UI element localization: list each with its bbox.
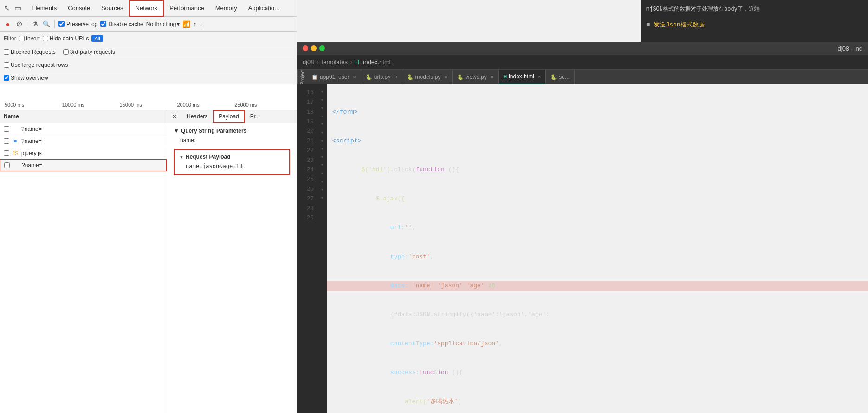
editor-file-tabs: Project 📋 app01_user × 🐍 urls.py × 🐍 mod…	[297, 70, 868, 84]
tab-sources[interactable]: Sources	[96, 0, 129, 17]
line-num-26: 26	[297, 185, 314, 194]
row-name: ?name=	[21, 138, 42, 144]
filter-icon[interactable]: ⚗	[31, 20, 39, 28]
tab-close-icon[interactable]: ×	[444, 74, 447, 80]
mac-maximize-button[interactable]	[319, 45, 325, 51]
name-column-header: Name	[0, 110, 167, 123]
download-icon[interactable]: ↓	[199, 20, 202, 28]
file-tab-se[interactable]: 🐍 se...	[546, 70, 575, 84]
code-line-20: url:'',	[332, 223, 862, 233]
line-num-22: 22	[297, 146, 314, 156]
timeline-bar: 5000 ms 10000 ms 15000 ms 20000 ms 25000…	[0, 84, 297, 110]
hide-data-urls-checkbox[interactable]: Hide data URLs	[43, 35, 89, 42]
network-list: Name ?name= ≡ ?name= JS jquery.js	[0, 110, 297, 413]
tab-close-icon[interactable]: ×	[491, 74, 493, 80]
gutter-29: ▾	[317, 194, 327, 203]
query-name-key: name:	[174, 137, 290, 143]
mobile-icon[interactable]: ▭	[14, 4, 21, 13]
tab-headers[interactable]: Headers	[182, 110, 212, 123]
stop-button[interactable]: ⊘	[15, 20, 23, 28]
tick-5: 25000 ms	[234, 102, 292, 108]
breadcrumb: dj08 › templates › H index.html	[297, 55, 868, 70]
tab-close-icon[interactable]: ×	[538, 74, 541, 79]
tab-payload[interactable]: Payload	[213, 110, 244, 123]
line-num-23: 23	[297, 156, 314, 166]
throttle-selector[interactable]: No throttling ▾	[146, 21, 180, 27]
query-string-title[interactable]: ▼ Query String Parameters	[174, 128, 290, 134]
python-icon: 🐍	[366, 74, 372, 80]
line-num-27: 27	[297, 194, 314, 204]
blocked-requests-checkbox[interactable]: Blocked Requests	[4, 49, 56, 55]
table-row[interactable]: JS jquery.js	[0, 147, 167, 159]
breadcrumb-file[interactable]: index.html	[363, 58, 390, 65]
tick-4: 20000 ms	[177, 102, 234, 108]
disable-cache-checkbox[interactable]: Disable cache	[100, 21, 143, 27]
line-num-17: 17	[297, 98, 314, 108]
file-tab-models[interactable]: 🐍 models.py ×	[402, 70, 453, 84]
large-rows-checkbox[interactable]: Use large request rows	[4, 62, 68, 68]
gutter-17: ▾	[317, 97, 327, 105]
search-icon[interactable]: 🔍	[42, 20, 51, 28]
mac-close-button[interactable]	[303, 45, 308, 51]
mac-minimize-button[interactable]	[311, 45, 317, 51]
html-file-icon: H	[355, 58, 359, 65]
preserve-log-checkbox[interactable]: Preserve log	[58, 21, 97, 27]
gutter-23: ▾	[317, 145, 327, 154]
wifi-icon: 📶	[182, 20, 190, 28]
breadcrumb-sep-2: ›	[350, 59, 352, 65]
tab-application[interactable]: Applicatio...	[243, 0, 285, 17]
cursor-icon[interactable]: ↖	[4, 4, 10, 13]
breadcrumb-templates[interactable]: templates	[322, 58, 348, 65]
file-tab-app01user[interactable]: 📋 app01_user ×	[307, 70, 361, 84]
filter-row-blocked: Blocked Requests 3rd-party requests	[0, 45, 297, 58]
row-name: ?name=	[22, 162, 42, 168]
row-name: jquery.js	[21, 150, 42, 156]
code-line-23: {#data:JSON.stringify({'name':'jason','a…	[332, 310, 862, 320]
tab-network[interactable]: Network	[129, 0, 164, 17]
tab-console[interactable]: Console	[62, 0, 96, 17]
network-toolbar: ● ⊘ ⚗ 🔍 Preserve log Disable cache No th…	[0, 17, 297, 32]
close-icon[interactable]: ✕	[169, 113, 180, 120]
tab-elements[interactable]: Elements	[26, 0, 62, 17]
filter-row-overview: Show overview	[0, 71, 297, 84]
file-tab-urls[interactable]: 🐍 urls.py ×	[361, 70, 402, 84]
line-num-19: 19	[297, 117, 314, 127]
table-row[interactable]: ?name=	[0, 123, 167, 135]
record-button[interactable]: ●	[4, 20, 12, 28]
tab-preview[interactable]: Pr...	[246, 110, 265, 123]
tab-memory[interactable]: Memory	[210, 0, 243, 17]
filter-all-button[interactable]: All	[91, 35, 103, 42]
line-num-28: 28	[297, 204, 314, 214]
payload-section-header[interactable]: ▼ Request Payload	[179, 154, 285, 160]
file-tab-views[interactable]: 🐍 views.py ×	[453, 70, 499, 84]
gutter-22: ▾	[317, 137, 327, 146]
gutter-strip: ▾ ▾ ▾ ▾ ▾ ▾ ▾ ▾ ▾ ▾ ▾ ▾ ▾ ▾	[317, 84, 327, 413]
tab-close-icon[interactable]: ×	[353, 74, 356, 80]
table-row-selected[interactable]: ?name=	[0, 159, 167, 171]
line-num-16: 16	[297, 88, 314, 98]
gutter-25: ▾	[317, 161, 327, 170]
js-icon: JS	[12, 150, 19, 156]
toolbar-separator-1	[27, 20, 27, 28]
row-name: ?name=	[21, 126, 42, 132]
breadcrumb-dj08[interactable]: dj08	[303, 58, 314, 65]
table-row[interactable]: ≡ ?name=	[0, 135, 167, 147]
line-numbers: 16 17 18 19 20 21 22 23 24 25 26 27 28 2…	[297, 84, 317, 413]
breadcrumb-sep-1: ›	[317, 59, 319, 65]
third-party-checkbox[interactable]: 3rd-party requests	[63, 49, 115, 55]
line-num-24: 24	[297, 165, 314, 175]
editor-title: dj08 - ind	[838, 45, 862, 52]
code-line-26: alert('多喝热水')	[332, 397, 862, 407]
project-sidebar-strip[interactable]: Project	[297, 70, 307, 84]
details-tab-bar: ✕ Headers Payload Pr...	[167, 110, 297, 123]
payload-value: name=jason&age=18	[179, 163, 285, 169]
line-num-25: 25	[297, 175, 314, 185]
show-overview-checkbox[interactable]: Show overview	[4, 75, 48, 81]
upload-icon[interactable]: ↑	[193, 20, 196, 28]
tab-performance[interactable]: Performance	[164, 0, 209, 17]
line-num-29: 29	[297, 213, 314, 223]
details-content: ▼ Query String Parameters name: ▼ Reques…	[167, 123, 297, 413]
tab-close-icon[interactable]: ×	[394, 74, 397, 80]
file-tab-index[interactable]: H index.html ×	[499, 70, 546, 84]
invert-checkbox[interactable]: Invert	[19, 35, 40, 42]
